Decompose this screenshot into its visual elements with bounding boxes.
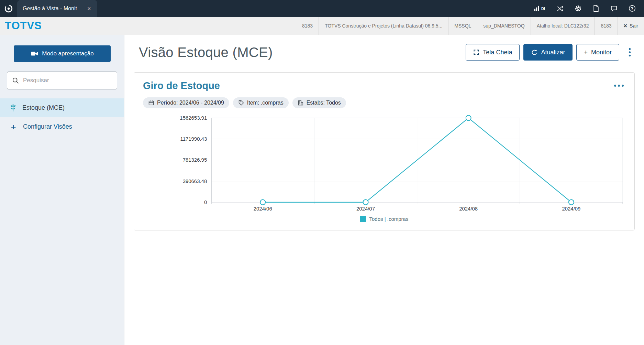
page-title: Visão Estoque (MCE) [139,45,273,60]
shuffle-button[interactable] [556,5,564,12]
presentation-mode-label: Modo apresentação [42,50,93,57]
totvs-brand: TOTVS [0,20,42,32]
sidebar-menu: Estoque (MCE) + Configurar Visões [0,98,124,136]
refresh-button[interactable]: Atualizar [523,44,573,61]
app-header-bar: TOTVS 8183 TOTVS Construção e Projetos (… [0,17,644,35]
env-product: TOTVS Construção e Projetos (Linha Datas… [319,17,448,35]
plus-icon: + [584,49,588,56]
establishments-icon [298,100,304,106]
video-camera-icon [31,51,38,57]
svg-text:390663.48: 390663.48 [183,178,207,184]
giro-de-estoque-card: Giro de Estoque [134,72,635,230]
monitor-button[interactable]: + Monitor [576,44,619,61]
card-options-button[interactable] [613,80,625,90]
sidebar-item-label: Estoque (MCE) [22,104,65,111]
calendar-icon [148,100,154,106]
topbar-icons: DI [534,5,644,12]
svg-text:1562653.91: 1562653.91 [180,115,207,121]
period-badge-label: Período: 2024/06 - 2024/09 [157,100,224,106]
legend-label: Todos | .compras [369,216,409,222]
presentation-mode-button[interactable]: Modo apresentação [14,45,111,62]
legend-swatch [360,216,366,222]
refresh-icon [531,49,537,56]
svg-text:2024/08: 2024/08 [459,206,478,212]
settings-button[interactable] [575,5,582,12]
svg-text:2024/06: 2024/06 [254,206,272,212]
main-content: Visão Estoque (MCE) Tela Cheia [124,35,644,345]
bar-chart-icon [534,5,540,12]
help-icon: ? [629,5,636,12]
help-button[interactable]: ? [629,5,636,12]
fullscreen-icon [473,49,479,55]
logout-x-icon: × [624,23,628,29]
chat-icon [610,5,618,12]
estabs-badge-label: Estabs: Todos [307,100,341,106]
sidebar: Modo apresentação Estoque (MCE) [0,35,124,345]
svg-text:2024/07: 2024/07 [356,206,375,212]
svg-text:?: ? [631,6,633,11]
monitor-label: Monitor [591,49,612,56]
refresh-label: Atualizar [541,49,565,56]
totvs-logo-icon [4,4,13,13]
sidebar-search [7,72,117,89]
period-badge: Período: 2024/06 - 2024/09 [143,97,229,108]
app-tab-title: Gestão à Vista - Monit [23,6,77,12]
env-port: 8183 [296,17,319,35]
wheat-icon [9,104,17,112]
svg-text:0: 0 [204,199,207,205]
fullscreen-label: Tela Cheia [483,49,512,56]
totvs-logo [0,4,17,13]
sidebar-item-estoque-mce[interactable]: Estoque (MCE) [0,98,124,117]
chat-button[interactable] [610,5,618,12]
card-title: Giro de Estoque [143,80,220,91]
document-button[interactable] [593,5,599,12]
env-database: MSSQL [448,17,477,35]
logout-button[interactable]: × Sair [618,17,644,35]
item-badge: Item: .compras [233,97,289,108]
data-insights-button[interactable]: DI [534,5,545,12]
filter-badges: Período: 2024/06 - 2024/09 Item: .compra… [143,97,625,108]
main-header: Visão Estoque (MCE) Tela Cheia [124,35,644,61]
card-header: Giro de Estoque [143,80,625,91]
env-shortcut: Atalho local: DLC122r32 [531,17,595,35]
gear-icon [575,5,582,12]
ellipsis-icon [614,84,625,87]
item-badge-label: Item: .compras [247,100,284,106]
environment-info: 8183 TOTVS Construção e Projetos (Linha … [296,17,644,35]
kebab-menu-icon [629,48,631,57]
fullscreen-button[interactable]: Tela Cheia [466,44,520,61]
item-tag-icon [238,100,244,106]
svg-text:1171990.43: 1171990.43 [180,136,207,142]
svg-text:781326.95: 781326.95 [183,157,207,163]
app-tab[interactable]: Gestão à Vista - Monit × [17,0,97,17]
search-icon [12,77,19,84]
more-options-button[interactable] [626,46,634,59]
sidebar-item-label: Configurar Visões [23,123,72,130]
chart-area: 0390663.48781326.951171990.431562653.912… [143,112,625,222]
estabs-badge: Estabs: Todos [292,97,346,108]
document-icon [593,5,599,12]
logout-label: Sair [630,23,638,29]
sidebar-item-configurar-visoes[interactable]: + Configurar Visões [0,117,124,136]
window-title-bar: Gestão à Vista - Monit × DI [0,0,644,17]
header-actions: Tela Cheia Atualizar + Monitor [466,44,634,61]
tab-close-icon[interactable]: × [87,6,91,12]
chart-legend: Todos | .compras [143,216,625,222]
shuffle-icon [556,5,564,12]
stock-line-chart: 0390663.48781326.951171990.431562653.912… [143,112,625,215]
svg-text:2024/09: 2024/09 [562,206,580,212]
env-user: sup_DMANESTOQ [477,17,530,35]
di-label: DI [541,7,545,11]
plus-icon: + [9,122,18,131]
env-port-2: 8183 [595,17,617,35]
search-input[interactable] [23,77,112,84]
